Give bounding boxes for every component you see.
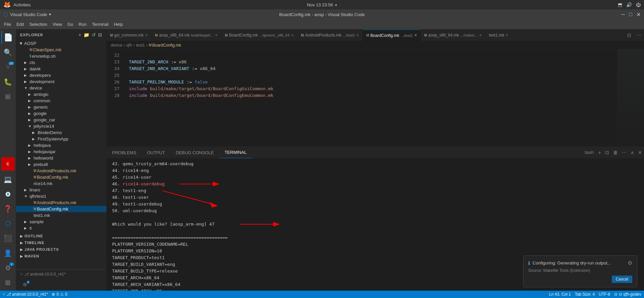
status-tab-size[interactable]: Tab Size: 4: [575, 292, 595, 297]
panel-split-icon[interactable]: ⊡: [603, 147, 611, 158]
activity-explorer[interactable]: 📄: [1, 31, 15, 44]
list-item[interactable]: $ envsetup.sh: [16, 53, 106, 59]
list-item[interactable]: ▶ cts: [16, 59, 106, 66]
panel-close-icon[interactable]: ✕: [636, 147, 644, 158]
breadcrumb-qfh[interactable]: qfh: [127, 43, 132, 48]
list-item[interactable]: ▶ hellojava: [16, 142, 106, 148]
list-item[interactable]: ▶ BinderDemo: [16, 129, 106, 136]
list-item[interactable]: M CleanSpec.mk: [16, 47, 106, 53]
outline-section[interactable]: ▶ OUTLINE: [16, 233, 106, 239]
activity-vscode-blue[interactable]: ⬡: [1, 217, 15, 230]
list-item[interactable]: ▶ development: [16, 78, 106, 85]
list-item[interactable]: ▶ hellojavajar: [16, 148, 106, 155]
list-item[interactable]: ▶ google: [16, 110, 106, 117]
activity-account[interactable]: 👤: [1, 246, 15, 260]
list-item[interactable]: ▼ jelly/rcie14: [16, 123, 106, 129]
java-projects-section[interactable]: ▶ JAVA PROJECTS: [16, 246, 106, 253]
list-item[interactable]: ▶ sample: [16, 219, 106, 225]
panel-icon[interactable]: ⬒: [618, 2, 622, 7]
timeline-section[interactable]: ▶ TIMELINE: [16, 239, 106, 246]
settings-gear[interactable]: ⚙ 1: [20, 280, 30, 289]
list-item[interactable]: ▶ dalvik: [16, 66, 106, 72]
tab-aosp-make[interactable]: M aosp_x86_64.mk .../make/... ✕: [421, 29, 486, 41]
activity-grid[interactable]: ⊞: [1, 276, 15, 289]
close-btn[interactable]: ✕: [636, 11, 641, 18]
menu-file[interactable]: File: [1, 20, 14, 28]
list-item[interactable]: ▶ prebuilt: [16, 161, 106, 168]
status-encoding[interactable]: UTF-8: [599, 292, 610, 297]
menu-help[interactable]: Help: [111, 20, 126, 28]
maximize-btn[interactable]: □: [629, 11, 632, 18]
tree-root[interactable]: ▼ AOSP: [16, 40, 106, 47]
activity-dvd[interactable]: 💿: [1, 187, 15, 201]
new-folder-icon[interactable]: 📁: [84, 32, 90, 38]
code-content[interactable]: TARGET_2ND_ARCH := x86 TARGET_2ND_ARCH_V…: [123, 49, 617, 146]
list-item[interactable]: rice14.mk: [16, 180, 106, 187]
notif-cancel-btn[interactable]: Cancel: [612, 276, 632, 283]
tab-board-generic[interactable]: M BoardConfig.mk .../generic_x86_64 ✕: [221, 29, 298, 41]
status-errors[interactable]: ⊗0 ⚠0: [52, 292, 67, 297]
tab-boardconfig-active[interactable]: M BoardConfig.mk .../test1 ✕: [363, 29, 420, 41]
tab-split-icon[interactable]: ⊡: [625, 29, 634, 41]
minimize-btn[interactable]: ─: [621, 11, 625, 18]
list-item[interactable]: ▼ device: [16, 85, 106, 91]
breadcrumb-test1[interactable]: test1: [136, 43, 145, 48]
list-item[interactable]: ▶ common: [16, 98, 106, 104]
list-item[interactable]: M AndroidProducts.mk: [16, 168, 106, 174]
panel-add-icon[interactable]: +: [596, 147, 603, 158]
activity-extensions[interactable]: ⊞: [1, 90, 15, 103]
panel-more-icon[interactable]: ⋯: [620, 147, 629, 158]
volume-icon[interactable]: 🔊: [626, 2, 632, 7]
menu-edit[interactable]: Edit: [14, 20, 27, 28]
list-item[interactable]: ▶ linaro: [16, 187, 106, 193]
list-item[interactable]: ▶ ti: [16, 225, 106, 231]
panel-trash-icon[interactable]: 🗑: [611, 147, 620, 158]
activity-debug[interactable]: 🐛: [1, 75, 15, 88]
status-line-col[interactable]: Ln 43, Col 1: [549, 292, 571, 297]
tab-aosp-x86[interactable]: M aosp_x86_64.mk build/target/... ✕: [152, 29, 221, 41]
git-sync-icon[interactable]: ⑂ ⎇ android-10.0.0_r41*: [20, 272, 65, 277]
menu-terminal[interactable]: Terminal: [89, 20, 111, 28]
notif-gear-icon[interactable]: ⚙: [628, 260, 632, 266]
activity-csdn[interactable]: C: [1, 157, 15, 171]
tab-test1[interactable]: test1.mk ✕: [486, 29, 512, 41]
list-item[interactable]: M BoardConfig.mk: [16, 206, 106, 212]
activity-terminal[interactable]: ⬛: [1, 232, 15, 245]
activity-search[interactable]: 🔍: [1, 46, 15, 59]
breadcrumb-file[interactable]: BoardConfig.mk: [152, 43, 181, 48]
menu-selection[interactable]: Selection: [27, 20, 50, 28]
tab-debug-console[interactable]: DEBUG CONSOLE: [170, 147, 219, 158]
tab-android-products[interactable]: M AndroidProducts.mk .../test1 ✕: [298, 29, 363, 41]
activity-help[interactable]: ❓: [1, 202, 15, 216]
collapse-icon[interactable]: ⊟: [98, 32, 102, 38]
list-item[interactable]: ▶ amlogic: [16, 91, 106, 98]
dropdown-arrow[interactable]: ▾: [49, 12, 51, 17]
firefox-icon[interactable]: 🦊: [3, 1, 11, 8]
list-item[interactable]: ▶ FirstSystemApp: [16, 136, 106, 142]
status-git[interactable]: ⑂ ⎇ android-10.0.0_r41*: [3, 292, 48, 297]
tab-gsi[interactable]: M gsi_common.mk ✕: [107, 29, 152, 41]
menu-run[interactable]: Run: [76, 20, 89, 28]
panel-chevron-up[interactable]: ∧: [629, 147, 636, 158]
list-item[interactable]: ▶ developers: [16, 72, 106, 78]
list-item[interactable]: M AndroidProducts.mk: [16, 199, 106, 206]
breadcrumb-device[interactable]: device: [111, 43, 122, 48]
list-item[interactable]: ▶ helloworld: [16, 155, 106, 161]
menu-view[interactable]: View: [50, 20, 65, 28]
tab-more-icon[interactable]: ⋯: [634, 29, 644, 41]
activity-git[interactable]: ⑂ 20: [1, 60, 15, 74]
tab-terminal[interactable]: TERMINAL: [219, 147, 252, 158]
activity-settings[interactable]: ⚙ 1: [1, 261, 15, 275]
list-item[interactable]: test1.mk: [16, 212, 106, 219]
list-item[interactable]: ▶ google_car: [16, 117, 106, 123]
new-file-icon[interactable]: +: [79, 32, 82, 38]
tab-problems[interactable]: PROBLEMS: [107, 147, 142, 158]
list-item[interactable]: ▼ qfh/test1: [16, 193, 106, 199]
refresh-icon[interactable]: ↺: [92, 32, 96, 38]
menu-go[interactable]: Go: [65, 20, 76, 28]
power-icon[interactable]: ⏻: [636, 2, 641, 7]
activity-remote[interactable]: 💻: [1, 173, 15, 186]
tab-output[interactable]: OUTPUT: [142, 147, 170, 158]
maven-section[interactable]: ▶ MAVEN: [16, 253, 106, 259]
list-item[interactable]: M BoardConfig.mk: [16, 174, 106, 180]
